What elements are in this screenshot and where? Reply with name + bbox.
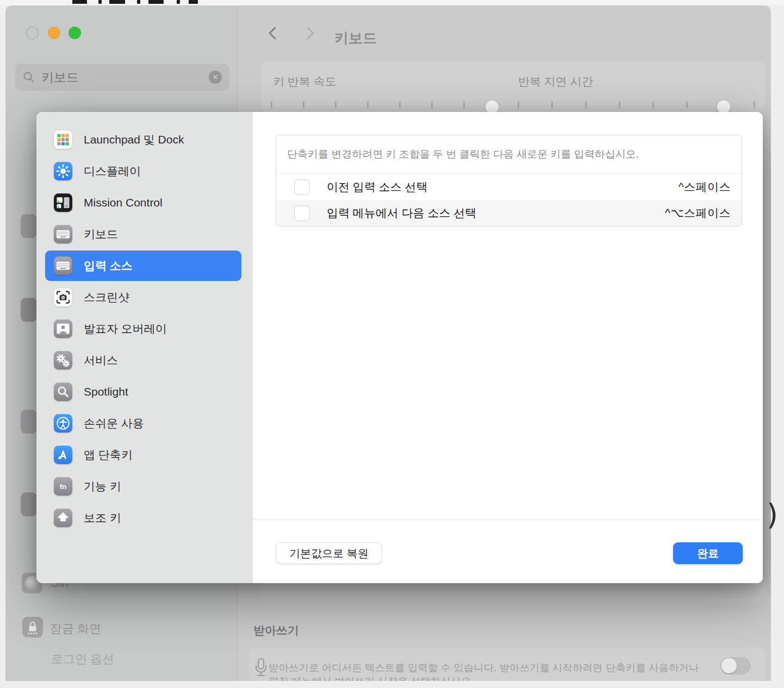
sidebar-item-keyboard[interactable]: 키보드 bbox=[45, 219, 241, 249]
slider-tick bbox=[367, 101, 369, 108]
shortcut-row[interactable]: 입력 메뉴에서 다음 소스 선택^⌥스페이스 bbox=[276, 200, 742, 226]
dialog-content: 단축키를 변경하려면 키 조합을 두 번 클릭한 다음 새로운 키를 입력하십시… bbox=[253, 112, 763, 583]
svg-text:fn: fn bbox=[60, 483, 67, 491]
cropped-glyph-fragment bbox=[109, 0, 125, 4]
slider-tick bbox=[335, 101, 337, 108]
function-keys-icon: fn bbox=[53, 477, 73, 496]
chevron-right-icon[interactable] bbox=[303, 26, 318, 41]
dictation-title: 받아쓰기 bbox=[253, 623, 299, 638]
shortcut-keys[interactable]: ^스페이스 bbox=[679, 179, 731, 195]
sidebar-item-lock-screen[interactable]: 잠금 화면 bbox=[50, 621, 101, 637]
settings-window: 키보드 ✕ 키보드 키 반복 속도 반복 지연 시간 Siri 잠금 화면 로그… bbox=[5, 5, 771, 681]
search-value: 키보드 bbox=[41, 69, 79, 86]
sidebar-item-accessibility[interactable]: 손쉬운 사용 bbox=[45, 408, 241, 439]
sidebar-item-input-sources[interactable]: 입력 소스 bbox=[45, 251, 241, 281]
sidebar-item-spotlight[interactable]: Spotlight bbox=[45, 377, 241, 407]
magnifier-icon bbox=[22, 70, 36, 84]
sidebar-item-label: Mission Control bbox=[84, 196, 163, 209]
minimize-window-icon[interactable] bbox=[48, 27, 60, 39]
cropped-glyph-fragment bbox=[98, 0, 102, 4]
mission-control-icon bbox=[53, 193, 73, 212]
slider-tick bbox=[518, 101, 519, 108]
sidebar-item-label: 디스플레이 bbox=[84, 164, 141, 179]
shortcuts-instruction: 단축키를 변경하려면 키 조합을 두 번 클릭한 다음 새로운 키를 입력하십시… bbox=[276, 135, 742, 174]
slider-tick bbox=[399, 101, 401, 108]
sidebar-item-label: 보조 키 bbox=[84, 510, 121, 526]
cropped-glyph-fragment bbox=[137, 0, 140, 4]
sidebar-item-label: 손쉬운 사용 bbox=[84, 416, 144, 431]
key-repeat-panel bbox=[261, 61, 765, 112]
shortcuts-panel: 단축키를 변경하려면 키 조합을 두 번 클릭한 다음 새로운 키를 입력하십시… bbox=[276, 135, 742, 227]
zoom-window-icon[interactable] bbox=[69, 27, 81, 39]
sidebar-item-mission-control[interactable]: Mission Control bbox=[45, 187, 241, 218]
sidebar-item-label: 키보드 bbox=[84, 227, 118, 242]
dialog-sidebar: Launchpad 및 Dock디스플레이Mission Control키보드입… bbox=[36, 112, 253, 583]
app-shortcuts-icon bbox=[53, 445, 73, 465]
display-icon bbox=[53, 161, 73, 181]
sidebar-item-app-shortcuts[interactable]: 앱 단축키 bbox=[45, 440, 241, 470]
sidebar-item-services[interactable]: 서비스 bbox=[45, 345, 241, 376]
restore-defaults-button[interactable]: 기본값으로 복원 bbox=[276, 542, 382, 564]
sidebar-item-function-keys[interactable]: fn기능 키 bbox=[45, 471, 241, 502]
keyboard-icon bbox=[53, 224, 73, 244]
cropped-glyph-fragment bbox=[189, 0, 198, 4]
done-button[interactable]: 완료 bbox=[673, 542, 743, 564]
repeat-delay-label: 반복 지연 시간 bbox=[518, 74, 593, 89]
background-sidebar-partial-icon bbox=[21, 298, 37, 322]
sidebar-item-launchpad[interactable]: Launchpad 및 Dock bbox=[45, 124, 241, 155]
sidebar-item-label: 앱 단축키 bbox=[84, 447, 133, 462]
sidebar-item-screenshot[interactable]: 스크린샷 bbox=[45, 282, 241, 312]
launchpad-icon bbox=[53, 130, 73, 149]
sidebar-item-modifier-keys[interactable]: 보조 키 bbox=[45, 503, 241, 533]
lock-icon bbox=[22, 616, 43, 638]
slider-tick bbox=[463, 101, 465, 108]
services-icon bbox=[53, 351, 73, 370]
cropped-glyph-fragment bbox=[177, 0, 180, 4]
shortcuts-dialog: Launchpad 및 Dock디스플레이Mission Control키보드입… bbox=[36, 112, 763, 583]
shortcut-checkbox[interactable] bbox=[294, 179, 310, 195]
background-sidebar-partial-icon bbox=[21, 492, 37, 516]
slider-tick bbox=[271, 101, 272, 108]
shortcut-checkbox[interactable] bbox=[294, 205, 310, 221]
dictation-description-1: 받아쓰기로 어디서든 텍스트를 입력할 수 있습니다. 받아쓰기를 시작하려면 … bbox=[269, 661, 699, 674]
slider-tick bbox=[303, 101, 304, 108]
slider-tick bbox=[754, 101, 755, 108]
toggle-knob bbox=[721, 658, 737, 673]
clipped-background-glyph: ) bbox=[767, 498, 778, 532]
sidebar-item-label: Launchpad 및 Dock bbox=[84, 132, 184, 147]
page-title: 키보드 bbox=[334, 29, 377, 48]
chevron-left-icon[interactable] bbox=[265, 26, 279, 41]
background-sidebar-partial-icon bbox=[21, 410, 37, 434]
sidebar-item-label: 발표자 오버레이 bbox=[84, 321, 167, 336]
slider-tick bbox=[686, 101, 688, 108]
shortcut-row[interactable]: 이전 입력 소스 선택^스페이스 bbox=[276, 174, 742, 200]
background-sidebar-partial-icon bbox=[21, 214, 37, 238]
sidebar-item-label: 기능 키 bbox=[84, 479, 121, 494]
footer-divider bbox=[253, 520, 763, 520]
slider-tick bbox=[431, 101, 433, 108]
sidebar-item-login-options[interactable]: 로그인 옵션 bbox=[51, 651, 114, 667]
sidebar-item-label: 스크린샷 bbox=[84, 290, 129, 305]
microphone-icon bbox=[254, 658, 268, 681]
dictation-toggle[interactable] bbox=[720, 657, 751, 674]
sidebar-item-display[interactable]: 디스플레이 bbox=[45, 156, 241, 186]
sidebar-item-label: 입력 소스 bbox=[84, 258, 133, 273]
modifier-keys-icon bbox=[53, 508, 73, 528]
close-window-icon[interactable] bbox=[26, 27, 39, 39]
presenter-overlay-icon bbox=[53, 319, 73, 339]
spotlight-icon bbox=[53, 382, 73, 402]
accessibility-icon bbox=[53, 414, 73, 433]
sidebar-item-presenter-overlay[interactable]: 발표자 오버레이 bbox=[45, 314, 241, 344]
search-input[interactable]: 키보드 ✕ bbox=[15, 64, 229, 91]
slider-tick bbox=[551, 101, 553, 108]
slider-tick bbox=[619, 101, 620, 108]
input-sources-icon bbox=[53, 256, 73, 276]
clear-circle-icon[interactable]: ✕ bbox=[209, 71, 222, 84]
shortcut-keys[interactable]: ^⌥스페이스 bbox=[665, 205, 731, 221]
slider-tick bbox=[585, 101, 587, 108]
dictation-description-2: 편집 메뉴에서 받아쓰기 시작을 선택하십시오. bbox=[269, 674, 474, 681]
slider-tick bbox=[652, 101, 654, 108]
sidebar-item-label: Spotlight bbox=[84, 385, 128, 398]
cropped-glyph-fragment bbox=[148, 0, 164, 4]
dialog-sidebar-items: Launchpad 및 Dock디스플레이Mission Control키보드입… bbox=[36, 124, 253, 533]
